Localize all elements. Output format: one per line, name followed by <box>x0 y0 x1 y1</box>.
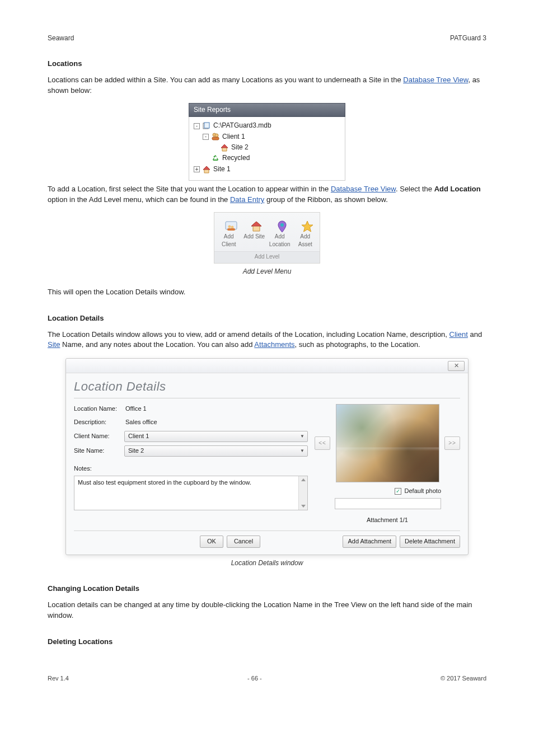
svg-point-10 <box>228 225 231 228</box>
select-site-name[interactable]: Site 2 ▼ <box>124 445 308 457</box>
open-dialog-para: This will open the Location Details wind… <box>48 287 486 298</box>
svg-marker-14 <box>251 222 261 226</box>
link-db-tree-view[interactable]: Database Tree View <box>403 76 468 84</box>
expand-icon[interactable]: - <box>203 134 209 140</box>
recycle-icon <box>211 154 220 163</box>
close-button[interactable]: ✕ <box>448 361 465 371</box>
ok-button[interactable]: OK <box>200 536 223 548</box>
link-data-entry[interactable]: Data Entry <box>230 195 264 204</box>
site-icon <box>202 165 211 174</box>
svg-rect-4 <box>212 137 219 140</box>
link-attachments[interactable]: Attachments <box>254 340 294 349</box>
label-site-name: Site Name: <box>74 447 124 456</box>
tree-root-label: C:\PATGuard3.mdb <box>213 121 271 130</box>
tree-row-site1[interactable]: + Site 1 <box>194 164 340 175</box>
add-location-button[interactable]: Add Location <box>268 216 292 250</box>
locations-intro: Locations can be added within a Site. Yo… <box>48 75 486 96</box>
input-description[interactable]: Sales office <box>124 417 308 428</box>
link-client[interactable]: Client <box>449 330 468 339</box>
svg-marker-6 <box>221 144 228 148</box>
label-notes: Notes: <box>74 464 308 473</box>
location-details-dialog: ✕ Location Details Location Name: Office… <box>65 358 469 555</box>
attachment-photo <box>336 404 439 482</box>
tree-row-site2[interactable]: Site 2 <box>194 142 340 153</box>
label-description: Description: <box>74 418 124 427</box>
attachment-description-input[interactable] <box>335 498 441 509</box>
link-db-tree-view-2[interactable]: Database Tree View <box>331 185 396 193</box>
delete-attachment-button[interactable]: Delete Attachment <box>400 536 460 548</box>
dialog-heading: Location Details <box>74 378 460 398</box>
database-icon <box>202 121 211 130</box>
tree-row-recycled[interactable]: Recycled <box>194 153 340 163</box>
footer-copyright: © 2017 Seaward <box>441 674 486 683</box>
svg-rect-9 <box>226 222 237 229</box>
asset-star-icon <box>301 220 310 229</box>
cancel-button[interactable]: Cancel <box>227 536 260 548</box>
deleting-heading: Deleting Locations <box>48 637 486 647</box>
dialog-titlebar: ✕ <box>66 359 468 373</box>
location-details-heading: Location Details <box>48 313 486 324</box>
svg-point-3 <box>215 134 218 137</box>
label-client-name: Client Name: <box>74 432 124 441</box>
location-pin-icon <box>275 220 284 229</box>
locations-heading: Locations <box>48 59 486 69</box>
tree-title: Site Reports <box>189 103 345 117</box>
attachment-counter: Attachment 1/1 <box>315 516 460 525</box>
expand-icon[interactable]: - <box>194 123 200 129</box>
chevron-down-icon: ▼ <box>300 433 306 440</box>
add-attachment-button[interactable]: Add Attachment <box>343 536 396 548</box>
dialog-caption: Location Details window <box>48 558 486 568</box>
default-photo-label: Default photo <box>405 487 441 496</box>
site-icon <box>220 143 229 152</box>
client-large-icon <box>224 220 233 229</box>
client-icon <box>211 132 220 141</box>
next-attachment-button[interactable]: >> <box>444 436 460 450</box>
label-location-name: Location Name: <box>74 405 124 414</box>
page-header: Seaward PATGuard 3 <box>48 34 486 43</box>
ribbon-group-label: Add Level <box>214 251 320 264</box>
changing-heading: Changing Location Details <box>48 584 486 594</box>
svg-rect-1 <box>204 123 209 128</box>
default-photo-checkbox[interactable]: ✓ <box>395 488 401 495</box>
doc-title: PATGuard 3 <box>450 34 486 43</box>
chevron-down-icon: ▼ <box>300 448 306 454</box>
add-client-button[interactable]: Add Client <box>217 216 241 250</box>
svg-point-11 <box>231 226 233 228</box>
svg-point-15 <box>280 223 284 227</box>
tree-body: - C:\PATGuard3.mdb - Client 1 Site 2 <box>189 117 345 181</box>
ribbon-add-level: Add Client Add Site Add Location Add Ass… <box>214 212 320 264</box>
prev-attachment-button[interactable]: << <box>315 436 330 450</box>
tree-recycled-label: Recycled <box>222 153 250 163</box>
add-site-button[interactable]: Add Site <box>242 216 267 250</box>
footer-rev: Rev 1.4 <box>48 674 69 683</box>
add-asset-button[interactable]: Add Asset <box>293 216 318 250</box>
link-site[interactable]: Site <box>48 340 60 349</box>
tree-site1-label: Site 1 <box>213 165 231 174</box>
location-details-para: The Location Details window allows you t… <box>48 330 486 351</box>
tree-row-client[interactable]: - Client 1 <box>194 132 340 142</box>
add-location-para: To add a Location, first select the Site… <box>48 184 486 205</box>
expand-icon[interactable]: + <box>194 166 200 172</box>
ribbon-caption: Add Level Menu <box>48 267 486 276</box>
site-large-icon <box>250 220 259 229</box>
select-client-name[interactable]: Client 1 ▼ <box>124 431 308 442</box>
doc-company: Seaward <box>48 34 74 43</box>
tree-client-label: Client 1 <box>222 132 245 142</box>
tree-site2-label: Site 2 <box>231 143 249 152</box>
input-location-name[interactable]: Office 1 <box>124 404 308 414</box>
svg-marker-8 <box>203 166 210 170</box>
scrollbar[interactable] <box>298 476 307 510</box>
close-icon: ✕ <box>454 361 459 370</box>
tree-row-root[interactable]: - C:\PATGuard3.mdb <box>194 120 340 131</box>
footer-page: - 66 - <box>247 674 262 683</box>
svg-rect-12 <box>227 228 235 231</box>
svg-marker-16 <box>302 221 313 232</box>
page-footer: Rev 1.4 - 66 - © 2017 Seaward <box>48 674 486 683</box>
changing-para: Location details can be changed at any t… <box>48 600 486 621</box>
tree-view-panel: Site Reports - C:\PATGuard3.mdb - Client… <box>189 103 345 181</box>
notes-textarea[interactable]: Must also test equipment stored in the c… <box>74 476 308 510</box>
